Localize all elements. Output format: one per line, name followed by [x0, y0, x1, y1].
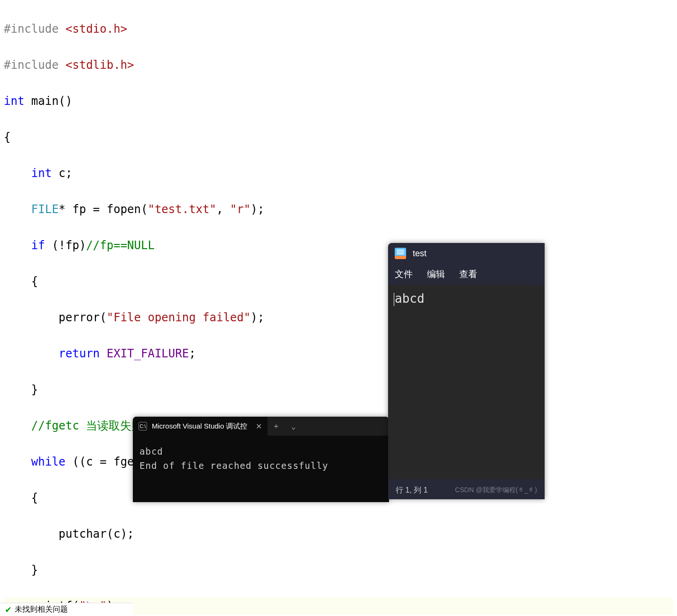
notepad-menubar: 文件 编辑 查看 [388, 264, 545, 285]
close-icon[interactable]: ✕ [256, 422, 262, 431]
notepad-window[interactable]: test 文件 编辑 查看 abcd 行 1, 列 1 CSDN @我爱学编程(… [388, 243, 545, 499]
terminal-tab-title: Microsoft Visual Studio 调试控 [152, 422, 247, 431]
preproc-include: #include [4, 22, 59, 36]
notepad-text-area[interactable]: abcd [388, 285, 545, 479]
ok-check-icon: ✔ [5, 605, 12, 615]
terminal-window[interactable]: C:\ Microsoft Visual Studio 调试控 ✕ ＋ ⌄ ab… [133, 417, 389, 502]
notepad-titlebar[interactable]: test [388, 243, 545, 264]
new-tab-button[interactable]: ＋ [268, 417, 285, 436]
tab-dropdown-button[interactable]: ⌄ [285, 417, 302, 436]
menu-view[interactable]: 查看 [459, 268, 477, 280]
menu-file[interactable]: 文件 [395, 268, 413, 280]
terminal-output[interactable]: abcd End of file reached successfully [133, 436, 389, 481]
cursor-position: 行 1, 列 1 [396, 485, 428, 495]
notepad-title: test [413, 249, 427, 259]
notepad-icon [395, 248, 406, 259]
cmd-icon: C:\ [139, 422, 147, 430]
status-text: 未找到相关问题 [15, 605, 68, 615]
editor-status-bar: ✔ 未找到相关问题 [0, 603, 133, 616]
terminal-tab[interactable]: C:\ Microsoft Visual Studio 调试控 ✕ [133, 417, 268, 436]
notepad-statusbar: 行 1, 列 1 CSDN @我爱学编程(ಥ_ಥ) [388, 481, 545, 499]
terminal-titlebar[interactable]: C:\ Microsoft Visual Studio 调试控 ✕ ＋ ⌄ [133, 417, 389, 436]
text-cursor [394, 293, 394, 306]
code-editor[interactable]: #include <stdio.h> #include <stdlib.h> i… [0, 0, 677, 616]
menu-edit[interactable]: 编辑 [427, 268, 445, 280]
watermark-text: CSDN @我爱学编程(ಥ_ಥ) [455, 486, 537, 495]
